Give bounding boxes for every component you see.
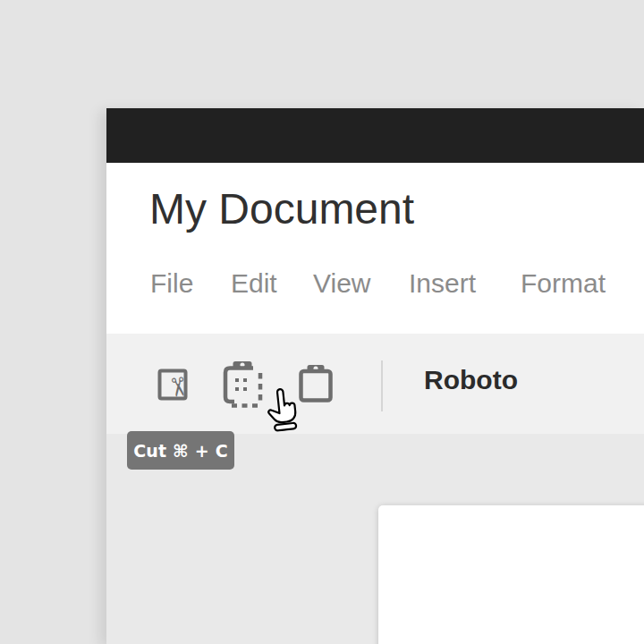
window-titlebar <box>106 108 644 163</box>
document-title[interactable]: My Document <box>149 188 414 231</box>
paste-button[interactable] <box>299 363 333 402</box>
app-window: My Document File Edit View Insert Format… <box>106 108 644 644</box>
clipboard-icon <box>299 363 333 402</box>
tooltip: Cut ⌘ + C <box>127 431 234 470</box>
desktop-background: My Document File Edit View Insert Format… <box>0 0 644 644</box>
menu-item-format[interactable]: Format <box>521 270 606 297</box>
menu-item-edit[interactable]: Edit <box>231 270 277 297</box>
cut-icon <box>157 369 188 401</box>
tooltip-label: Cut ⌘ + C <box>133 441 228 461</box>
paste-special-button[interactable] <box>221 361 264 408</box>
paste-special-icon <box>221 361 264 408</box>
font-selector[interactable]: Roboto <box>424 367 518 394</box>
document-page[interactable] <box>378 505 644 644</box>
menu-item-insert[interactable]: Insert <box>409 270 476 297</box>
menu-item-file[interactable]: File <box>150 270 193 297</box>
cut-button[interactable] <box>157 369 188 401</box>
menu-item-view[interactable]: View <box>313 270 370 297</box>
toolbar-divider <box>381 360 383 411</box>
